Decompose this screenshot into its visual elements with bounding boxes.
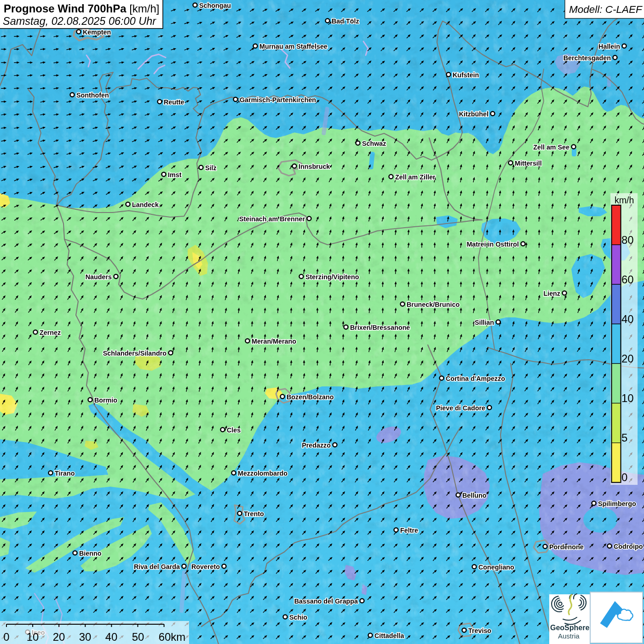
svg-text:Sillian: Sillian [475, 319, 494, 326]
svg-text:Zernez: Zernez [40, 329, 61, 336]
svg-text:Predazzo: Predazzo [302, 442, 331, 449]
svg-text:Kempten: Kempten [83, 29, 111, 36]
svg-text:Bienno: Bienno [79, 550, 102, 557]
svg-text:60km: 60km [159, 631, 186, 643]
svg-text:Sterzing/Vipiteno: Sterzing/Vipiteno [305, 273, 359, 281]
svg-text:Rovereto: Rovereto [191, 563, 220, 570]
svg-text:Riva del Garda: Riva del Garda [134, 563, 180, 570]
svg-text:Brixen/Bressanone: Brixen/Bressanone [350, 324, 410, 331]
svg-text:Nauders: Nauders [86, 273, 112, 281]
svg-text:Zell am Ziller: Zell am Ziller [395, 173, 436, 181]
svg-text:Kitzbühel: Kitzbühel [459, 110, 489, 118]
svg-text:Bormio: Bormio [94, 397, 117, 404]
svg-text:30: 30 [79, 631, 92, 643]
svg-text:Schwaz: Schwaz [362, 140, 386, 147]
svg-text:0: 0 [621, 471, 627, 483]
svg-text:Austria: Austria [558, 632, 580, 640]
svg-text:Matrei in Osttirol: Matrei in Osttirol [466, 241, 519, 248]
svg-text:Sonthofen: Sonthofen [76, 92, 109, 99]
svg-text:Bruneck/Brunico: Bruneck/Brunico [407, 301, 460, 308]
svg-text:Treviso: Treviso [468, 627, 491, 634]
svg-text:Spilimbergo: Spilimbergo [598, 500, 636, 507]
svg-text:Innsbruck: Innsbruck [299, 163, 330, 170]
svg-text:Murnau am Staffelsee: Murnau am Staffelsee [259, 43, 328, 50]
svg-text:Trento: Trento [244, 510, 264, 518]
svg-text:Cittadella: Cittadella [374, 632, 404, 639]
svg-text:10: 10 [27, 631, 39, 643]
svg-text:Modell: C-LAEF: Modell: C-LAEF [569, 4, 643, 15]
svg-text:Zell am See: Zell am See [533, 144, 569, 151]
svg-text:20: 20 [621, 352, 634, 365]
svg-text:Silz: Silz [205, 164, 217, 172]
svg-text:km/h: km/h [615, 195, 634, 205]
svg-text:Bozen/Bolzano: Bozen/Bolzano [287, 393, 334, 401]
svg-text:Conegliano: Conegliano [478, 564, 514, 571]
svg-text:50: 50 [132, 631, 144, 643]
svg-text:Hallein: Hallein [598, 43, 620, 50]
svg-text:5: 5 [621, 431, 627, 444]
svg-text:Berchtesgaden: Berchtesgaden [564, 54, 611, 62]
svg-text:60: 60 [621, 273, 634, 286]
svg-text:Cles: Cles [227, 426, 241, 434]
svg-text:Mittersill: Mittersill [515, 160, 542, 167]
svg-text:40: 40 [105, 631, 118, 643]
svg-text:Lienz: Lienz [543, 290, 560, 297]
svg-text:10: 10 [621, 392, 634, 404]
svg-text:Codroipo: Codroipo [614, 543, 643, 550]
svg-text:Feltre: Feltre [400, 527, 418, 534]
svg-text:Cortina d'Ampezzo: Cortina d'Ampezzo [446, 375, 505, 382]
svg-text:Tirano: Tirano [55, 470, 75, 477]
svg-text:Meran/Merano: Meran/Merano [252, 338, 296, 345]
svg-text:Schio: Schio [289, 614, 307, 621]
svg-text:0: 0 [3, 631, 9, 643]
svg-text:Kufstein: Kufstein [453, 71, 479, 79]
svg-text:Pordenone: Pordenone [549, 543, 584, 551]
svg-text:Belluno: Belluno [462, 492, 487, 499]
svg-text:GeoSphere: GeoSphere [550, 624, 589, 632]
svg-text:Bad Tölz: Bad Tölz [332, 17, 359, 25]
svg-text:Landeck: Landeck [132, 201, 159, 208]
svg-text:Pieve di Cadore: Pieve di Cadore [436, 404, 485, 412]
svg-text:20: 20 [53, 631, 65, 643]
svg-text:80: 80 [621, 234, 634, 246]
svg-text:Schlanders/Silandro: Schlanders/Silandro [103, 350, 167, 357]
svg-text:Reutte: Reutte [164, 98, 184, 106]
svg-text:Bassano del Grappa: Bassano del Grappa [294, 598, 358, 605]
svg-text:Mezzolombardo: Mezzolombardo [238, 470, 288, 477]
svg-text:Steinach am Brenner: Steinach am Brenner [239, 215, 305, 223]
svg-text:Prognose Wind 700hPa [km/h]: Prognose Wind 700hPa [km/h] [4, 2, 160, 15]
svg-text:Schongau: Schongau [199, 2, 231, 9]
svg-text:Imst: Imst [168, 171, 182, 178]
svg-text:Samstag, 02.08.2025 06:00 Uhr: Samstag, 02.08.2025 06:00 Uhr [3, 15, 156, 27]
svg-text:Garmisch-Partenkirchen: Garmisch-Partenkirchen [240, 96, 316, 104]
svg-text:40: 40 [621, 313, 634, 325]
